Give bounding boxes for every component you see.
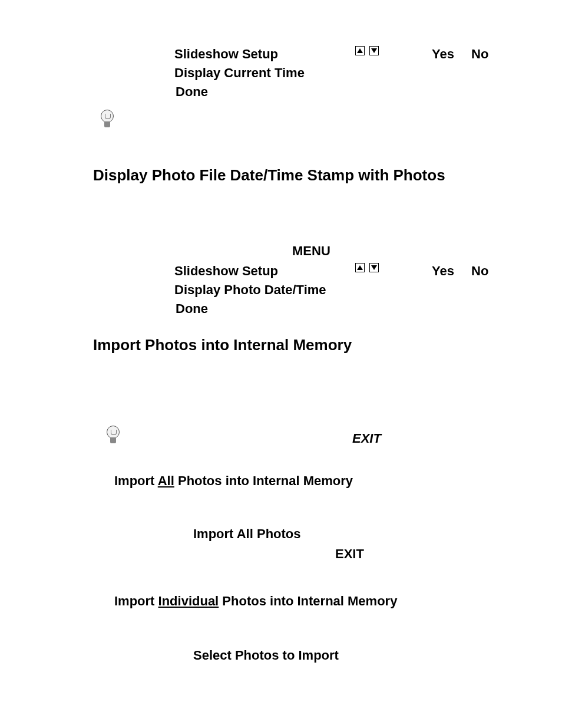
import-all-suffix: Photos into Internal Memory bbox=[174, 473, 353, 488]
block1-yes: Yes bbox=[432, 45, 454, 64]
arrow-down-icon bbox=[369, 263, 379, 272]
exit-bold: EXIT bbox=[335, 545, 364, 564]
arrows-2 bbox=[354, 263, 380, 275]
lightbulb-icon bbox=[100, 110, 114, 129]
import-individual-suffix: Photos into Internal Memory bbox=[219, 594, 397, 608]
block2-yes: Yes bbox=[432, 262, 454, 281]
import-individual-prefix: Import bbox=[114, 594, 158, 608]
import-all-photos: Import All Photos bbox=[193, 525, 301, 543]
select-photos-to-import: Select Photos to Import bbox=[193, 646, 339, 665]
import-all-underlined: All bbox=[158, 473, 174, 488]
block1-no: No bbox=[471, 45, 488, 64]
block1-slideshow-setup: Slideshow Setup bbox=[174, 47, 278, 61]
arrows-1 bbox=[354, 46, 380, 58]
arrow-up-icon bbox=[355, 263, 365, 272]
block1-line2: Display Current Time bbox=[174, 64, 305, 83]
arrow-up-icon bbox=[355, 46, 365, 55]
heading-import-individual: Import Individual Photos into Internal M… bbox=[114, 592, 397, 611]
lightbulb-icon bbox=[106, 426, 120, 444]
block2-line2: Display Photo Date/Time bbox=[174, 281, 326, 299]
import-individual-underlined: Individual bbox=[158, 594, 219, 608]
exit-italic: EXIT bbox=[352, 429, 381, 448]
heading-display-photo-datetime: Display Photo File Date/Time Stamp with … bbox=[93, 166, 445, 185]
import-all-prefix: Import bbox=[114, 473, 158, 488]
block2-done: Done bbox=[176, 299, 208, 318]
block1-done: Done bbox=[176, 83, 208, 101]
arrow-down-icon bbox=[369, 46, 379, 55]
heading-import-all: Import All Photos into Internal Memory bbox=[114, 472, 353, 490]
block2-no: No bbox=[471, 262, 488, 281]
heading-import-photos: Import Photos into Internal Memory bbox=[93, 336, 352, 354]
block2-slideshow-setup: Slideshow Setup bbox=[174, 262, 278, 281]
menu-label: MENU bbox=[292, 242, 330, 261]
